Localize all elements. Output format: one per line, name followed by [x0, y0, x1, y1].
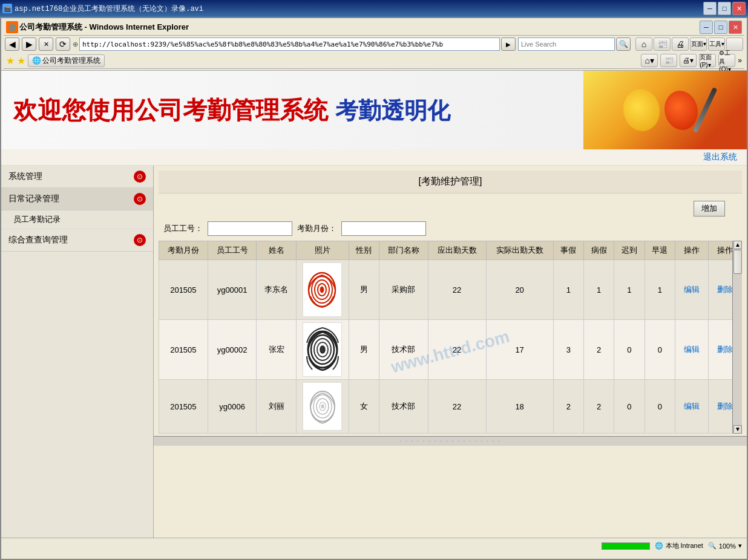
- address-label: ⊕: [73, 41, 78, 48]
- print-icon[interactable]: 🖨: [672, 37, 689, 51]
- cell-sick: 2: [584, 320, 614, 380]
- col-late: 迟到: [614, 241, 645, 260]
- print-btn2[interactable]: 🖨▾: [680, 54, 697, 67]
- sidebar-system-label: 系统管理: [8, 171, 42, 182]
- edit-link[interactable]: 编辑: [684, 402, 700, 411]
- col-early: 早退: [645, 241, 675, 260]
- sidebar-query-label: 综合查查询管理: [8, 235, 68, 246]
- feeds-btn2[interactable]: 📰: [660, 54, 677, 67]
- edit-link[interactable]: 编辑: [684, 285, 700, 294]
- go-button[interactable]: ▶: [501, 37, 516, 51]
- zone-label: 本地 Intranet: [666, 541, 703, 550]
- page-btn2[interactable]: 页面(P)▾: [699, 54, 716, 67]
- svg-point-14: [321, 405, 324, 408]
- content-area: [考勤维护管理] www.httrd.com 增加 员工工号： 考勤月份：: [154, 166, 747, 538]
- forward-button[interactable]: ▶: [22, 37, 36, 51]
- browser-close[interactable]: ✕: [729, 21, 742, 34]
- cell-late: 1: [614, 260, 645, 320]
- scroll-down[interactable]: ▼: [733, 425, 742, 434]
- sidebar-item-daily[interactable]: 日常记录管理 ⊙: [1, 188, 153, 210]
- sidebar-daily-icon: ⊙: [134, 193, 146, 205]
- home-icon[interactable]: ⌂: [635, 37, 652, 51]
- logout-link[interactable]: 退出系统: [703, 152, 737, 161]
- cell-empid: yg0006: [208, 380, 257, 434]
- back-button[interactable]: ◀: [5, 37, 19, 51]
- cell-early: 0: [645, 380, 675, 434]
- minimize-button[interactable]: ─: [703, 2, 717, 15]
- cell-early: 0: [645, 320, 675, 380]
- delete-link[interactable]: 删除: [717, 285, 733, 294]
- home-btn2[interactable]: ⌂▾: [641, 54, 658, 67]
- month-input[interactable]: [341, 221, 426, 236]
- close-button[interactable]: ✕: [732, 2, 746, 15]
- address-bar[interactable]: [79, 37, 500, 51]
- cell-dept: 技术部: [379, 380, 428, 434]
- title-bar-text: asp.net1768企业员工考勤管理系统（无论文）录像.avi: [15, 4, 203, 14]
- scroll-dots: · · · · · · · · · · · · · · · · · ·: [399, 438, 500, 444]
- col-required: 应出勤天数: [428, 241, 486, 260]
- cell-late: 0: [614, 380, 645, 434]
- banner-welcome: 欢迎您使用公司考勤管理系统: [13, 94, 328, 127]
- add-button[interactable]: 增加: [694, 201, 725, 217]
- cell-photo: [296, 320, 349, 380]
- favorites-star[interactable]: ★: [6, 55, 15, 67]
- sidebar-item-attendance[interactable]: 员工考勤记录: [1, 210, 153, 229]
- cell-edit[interactable]: 编辑: [675, 380, 708, 434]
- cell-photo: [296, 380, 349, 434]
- window-controls[interactable]: ─ □ ✕: [703, 2, 746, 15]
- browser-toolbar: 🌐 公司考勤管理系统 - Windows Internet Explorer ─…: [1, 18, 747, 71]
- browser-minimize[interactable]: ─: [700, 21, 713, 34]
- section-title: [考勤维护管理]: [159, 171, 742, 194]
- favorites-tab[interactable]: 🌐 公司考勤管理系统: [28, 54, 105, 67]
- fingerprint-light: [307, 385, 338, 428]
- banner-container: 欢迎您使用公司考勤管理系统 考勤透明化: [1, 71, 747, 149]
- banner-subtitle: 考勤透明化: [335, 96, 450, 126]
- edit-link[interactable]: 编辑: [684, 345, 700, 354]
- delete-link[interactable]: 删除: [717, 345, 733, 354]
- col-month: 考勤月份: [159, 241, 208, 260]
- table-row: 201505 yg00001 李东名: [159, 260, 742, 320]
- scroll-thumb[interactable]: [733, 250, 742, 274]
- sidebar-item-system[interactable]: 系统管理 ⊙: [1, 166, 153, 188]
- delete-link[interactable]: 删除: [717, 402, 733, 411]
- cell-empid: yg00001: [208, 260, 257, 320]
- employee-id-input[interactable]: [208, 221, 292, 236]
- scroll-up[interactable]: ▲: [733, 241, 742, 249]
- cell-actual: 17: [486, 320, 553, 380]
- add-row: 增加: [159, 198, 742, 219]
- cell-gender: 男: [349, 320, 379, 380]
- sidebar-query-icon: ⊙: [134, 234, 146, 246]
- col-personal: 事假: [553, 241, 583, 260]
- zoom-label: 100%: [719, 542, 736, 550]
- add-favorites[interactable]: ★: [17, 55, 25, 67]
- search-icon[interactable]: 🔍: [616, 37, 631, 51]
- zoom-dropdown[interactable]: ▾: [738, 542, 742, 550]
- browser-frame: 🌐 公司考勤管理系统 - Windows Internet Explorer ─…: [0, 17, 748, 560]
- fingerprint-red: [306, 266, 339, 313]
- zoom-icon: 🔍: [708, 542, 717, 550]
- app-icon: 🎬: [2, 4, 12, 13]
- cell-empid: yg00002: [208, 320, 257, 380]
- browser-restore[interactable]: □: [714, 21, 727, 34]
- cell-early: 1: [645, 260, 675, 320]
- ie-icon: 🌐: [6, 21, 18, 33]
- cell-edit[interactable]: 编辑: [675, 320, 708, 380]
- favorites-label: 公司考勤管理系统: [42, 56, 100, 66]
- maximize-button[interactable]: □: [718, 2, 731, 15]
- feeds-icon[interactable]: 📰: [654, 37, 671, 51]
- cell-edit[interactable]: 编辑: [675, 260, 708, 320]
- table-row: 201505 yg00002 张宏: [159, 320, 742, 380]
- sidebar-item-query[interactable]: 综合查查询管理 ⊙: [1, 229, 153, 252]
- refresh-button[interactable]: ⟳: [56, 37, 70, 51]
- stop-button[interactable]: ✕: [39, 37, 53, 51]
- fingerprint-black: [305, 325, 340, 374]
- vertical-scrollbar[interactable]: ▲ ▼: [732, 241, 742, 434]
- bottom-scrollbar[interactable]: · · · · · · · · · · · · · · · · · ·: [154, 436, 747, 446]
- tools-btn2[interactable]: ⚙工具(O)▾: [718, 54, 735, 67]
- page-menu[interactable]: 页面▾: [690, 37, 707, 51]
- sidebar: 系统管理 ⊙ 日常记录管理 ⊙ 员工考勤记录 综合查查询管理 ⊙: [1, 166, 154, 538]
- cell-sick: 2: [584, 380, 614, 434]
- search-input[interactable]: [518, 37, 615, 51]
- sidebar-daily-label: 日常记录管理: [8, 194, 59, 204]
- col-empid: 员工工号: [208, 241, 257, 260]
